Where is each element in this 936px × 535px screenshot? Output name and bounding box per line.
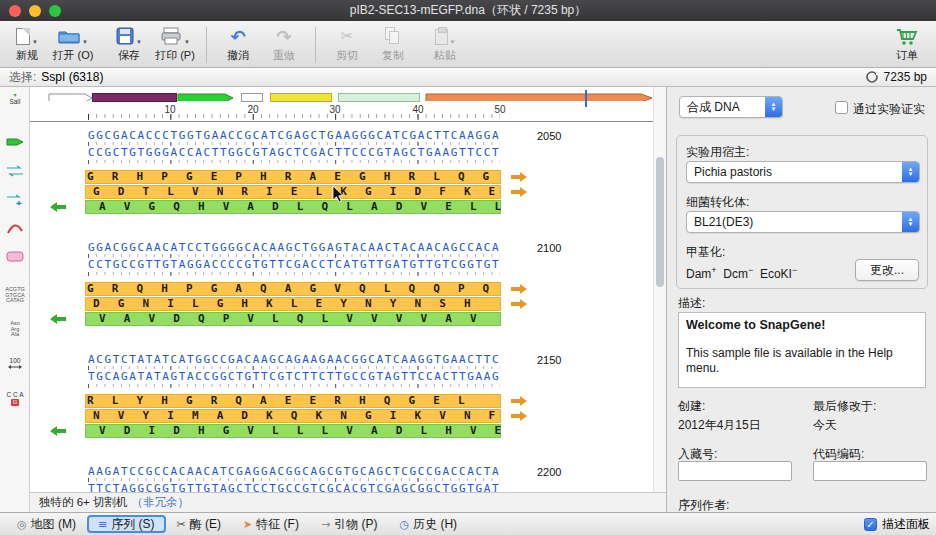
feature-mint-bar[interactable] (338, 93, 420, 102)
open-button[interactable]: ▼ 打开 (O) (50, 25, 96, 63)
close-window-button[interactable] (9, 5, 21, 17)
print-button[interactable]: ▼ 打印 (P) (152, 25, 198, 63)
dna-bottom-strand[interactable]: CCTGCCGTTGTAGGACCCCGTGTTCGACCTCATGTTGATG… (88, 258, 500, 271)
translation-frame-row[interactable]: R L Y H G R Q A E E R H Q G E L (85, 394, 501, 408)
sequence-block: AAGATCCGCCACAACATCGAGGACGGCAGCGTGCAGCTCG… (30, 465, 653, 492)
sequence-length: 7235 bp (884, 70, 927, 84)
translation-frame-row[interactable]: G R Q H P G A Q A G V Q L Q Q P Q (85, 282, 501, 296)
main-content: ▾ SalI ACGTG GTGCA CATAG Asn Arg (0, 87, 936, 512)
toggle-features-button[interactable] (2, 137, 28, 147)
sequence-blocks: GGCGACACCCTGGTGAACCGCATCGAGCTGAAGGGCATCG… (30, 123, 653, 492)
toggle-primers-button[interactable] (2, 165, 28, 177)
dna-top-strand[interactable]: ACGTCTATATCATGGCCGACAAGCAGAAGAACGGCATCAA… (88, 353, 500, 366)
translation-frame-row[interactable]: A V G Q H V A D L Q L A D V E L L (85, 200, 501, 214)
description-label: 描述: (678, 295, 705, 312)
tick-marks (88, 384, 500, 388)
zoom-window-button[interactable] (49, 5, 61, 17)
dna-bottom-strand[interactable]: TTCTAGGCGGTGTTGTAGCTCCTGCCGTCGCACGTCGAGC… (88, 482, 500, 492)
tab-features[interactable]: ➤ 特征 (F) (232, 515, 310, 533)
verified-checkbox[interactable] (835, 101, 848, 114)
amino-acid-style-button[interactable]: Asn Arg Ala (2, 321, 28, 338)
redo-button[interactable]: ↷ 重做 (261, 25, 307, 63)
tab-sequence[interactable]: ≡ 序列 (S) (87, 515, 166, 533)
change-methylation-button[interactable]: 更改... (855, 259, 919, 281)
title-bar: pIB2-SEC13-mEGFP.dna（环状 / 7235 bp） (0, 0, 936, 21)
toggle-translations-button[interactable] (2, 221, 28, 235)
selection-label: 选择: (9, 69, 36, 86)
feature-purple-bar[interactable] (92, 93, 177, 102)
description-textarea[interactable]: Welcome to SnapGene! This sample file is… (678, 312, 926, 388)
description-panel-label: 描述面板 (882, 516, 930, 533)
tab-label: 序列 (S) (111, 516, 154, 533)
feature-orange-arrow[interactable] (425, 92, 653, 101)
chevron-down-icon: ▼ (184, 39, 190, 47)
order-button[interactable]: 订单 (884, 25, 930, 63)
orf-box-icon (6, 251, 24, 262)
feature-green-arrow[interactable] (177, 92, 235, 101)
cut-button[interactable]: ✂ 剪切 (324, 25, 370, 63)
tab-primers[interactable]: → 引物 (P) (310, 515, 389, 533)
translation-frame-row[interactable]: V A V D Q P V L Q L V V V V A V (85, 312, 501, 326)
description-body: This sample file is available in the Hel… (686, 346, 918, 376)
dna-bottom-strand[interactable]: TGCAGATATAGTACCGGCTGTTCGTCTTCTTGCCGTAGTT… (88, 370, 500, 383)
sequence-view-toolbar: ▾ SalI ACGTG GTGCA CATAG Asn Arg (0, 87, 30, 512)
copy-pages-icon (385, 27, 401, 45)
undo-button[interactable]: ↶ 撤消 (215, 25, 261, 63)
modified-value: 今天 (813, 417, 837, 434)
ruler-baseline (30, 121, 653, 122)
chevron-down-icon: ▼ (82, 39, 88, 47)
tab-history[interactable]: ◷ 历史 (H) (389, 515, 469, 533)
sequence-view: 10 20 30 40 50 GGCGACACCCTGGTGAACCGCATCG… (30, 87, 666, 512)
description-panel-checkbox[interactable]: ✓ (864, 518, 877, 531)
add-primer-button[interactable] (2, 193, 28, 205)
created-label: 创建: (678, 398, 705, 415)
save-button[interactable]: ▼ 保存 (106, 25, 152, 63)
tab-enzymes[interactable]: ✂ 酶 (E) (166, 515, 233, 533)
feature-arrow-icon (6, 137, 24, 147)
translation-frame-row[interactable]: V D I D H G V L L L V A D L H V E (85, 424, 501, 438)
copy-button[interactable]: 复制 (370, 25, 416, 63)
tick-marks (88, 160, 500, 164)
translation-frame-row[interactable]: G R H P G E P H R A E G H R L Q G (85, 170, 501, 184)
printer-icon (160, 27, 182, 45)
ruler-numbers-button[interactable]: 100 (2, 357, 28, 370)
feature-white-arrow[interactable] (48, 92, 94, 101)
undo-button-label: 撤消 (227, 48, 249, 63)
vertical-scrollbar[interactable] (653, 87, 666, 492)
feature-white-box[interactable] (241, 93, 263, 102)
dna-bottom-strand[interactable]: CCGCTGTGGGACCACTTGGCGTAGCTCGACTTCCCGTAGC… (88, 146, 500, 159)
scrollbar-thumb[interactable] (656, 157, 664, 287)
description-panel: 合成 DNA ▲▼ 通过实验证实 实验用宿主: Pichia pastoris … (666, 87, 936, 512)
translation-frame-row[interactable]: N V Y I M A D K Q K N G I K V N F (85, 409, 501, 423)
dna-color-style-button[interactable]: ACGTG GTGCA CATAG (2, 287, 28, 304)
dna-top-strand[interactable]: AAGATCCGCCACAACATCGAGGACGGCAGCGTGCAGCTCG… (88, 465, 500, 478)
accession-input[interactable] (678, 461, 792, 481)
toggle-enzymes-button[interactable]: ▾ SalI (2, 93, 28, 105)
feature-yellow-box[interactable] (270, 93, 332, 102)
modified-label: 最后修改于: (813, 398, 876, 415)
toggle-orfs-button[interactable] (2, 251, 28, 262)
sequence-icon: ≡ (98, 519, 107, 530)
transform-dropdown[interactable]: BL21(DE3) ▲▼ (686, 211, 920, 233)
code-input[interactable] (813, 461, 927, 481)
paste-button[interactable]: ▼ 粘贴 (422, 25, 468, 63)
translation-frame-row[interactable]: D G N I L G H K L E Y N Y N S H (85, 297, 501, 311)
new-button[interactable]: ▼ 新规 (4, 25, 50, 63)
redo-button-label: 重做 (273, 48, 295, 63)
methylation-dcm: Dcm− (723, 267, 753, 281)
reverse-frame-arrow-icon (50, 314, 66, 324)
molecule-type-dropdown[interactable]: 合成 DNA ▲▼ (679, 96, 783, 118)
host-dropdown[interactable]: Pichia pastoris ▲▼ (686, 161, 920, 183)
aa-names-label: Asn Arg Ala (10, 321, 19, 338)
tab-map[interactable]: ◎ 地图 (M) (6, 515, 87, 533)
status-link[interactable]: （非冗余） (132, 495, 190, 510)
ruler-numbers-label: 100 (10, 357, 21, 364)
new-document-icon (16, 28, 30, 45)
dna-top-strand[interactable]: GGCGACACCCTGGTGAACCGCATCGAGCTGAAGGGCATCG… (88, 129, 500, 142)
sequence-quality-button[interactable]: C C A G (2, 391, 28, 406)
dna-top-strand[interactable]: GGACGGCAACATCCTGGGGCACAAGCTGGAGTACAACTAC… (88, 241, 500, 254)
ruler: 10 20 30 40 50 (30, 104, 653, 114)
translation-frame-row[interactable]: G D T L V N R I E L K G I D F K E (85, 185, 501, 199)
tab-label: 历史 (H) (413, 516, 457, 533)
minimize-window-button[interactable] (29, 5, 41, 17)
